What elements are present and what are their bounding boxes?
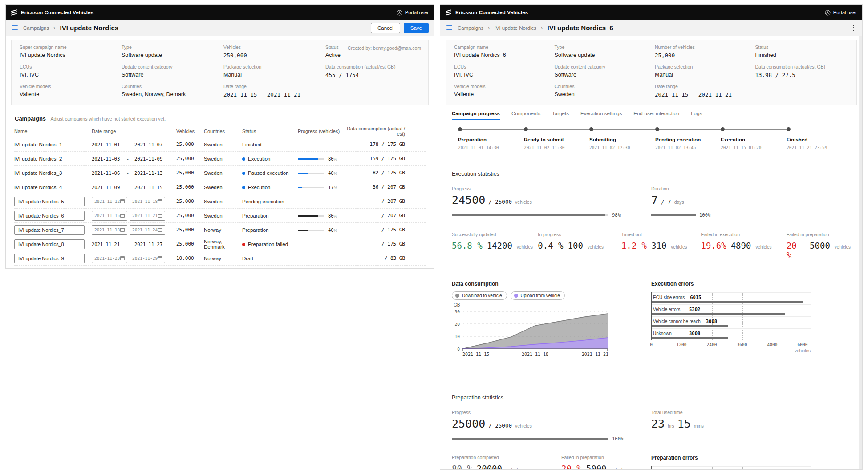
- field-type: TypeSoftware update: [118, 44, 220, 59]
- legend-chip[interactable]: Upload from vehicle: [511, 291, 565, 300]
- tab-components[interactable]: Components: [511, 111, 540, 120]
- menu-icon[interactable]: [446, 24, 453, 31]
- campaign-name-input[interactable]: [14, 225, 85, 235]
- bar-value: 6015: [690, 294, 701, 300]
- execution-progress-block: Progress 24500 / 25000 vehicles 98%: [452, 186, 651, 218]
- more-options-icon[interactable]: [850, 23, 857, 33]
- date-end-picker[interactable]: [130, 225, 165, 235]
- progress-percent: 98%: [612, 212, 621, 218]
- table-row: IVI update Nordics_1 2021-11-01-2021-11-…: [14, 137, 426, 152]
- calendar-icon[interactable]: [158, 214, 162, 218]
- calendar-icon[interactable]: [158, 256, 162, 260]
- bar-row: ECU side errors6015: [652, 292, 811, 304]
- menu-icon[interactable]: [11, 24, 19, 31]
- cancel-button[interactable]: Cancel: [371, 23, 400, 33]
- table-row: IVI update Nordics_3 2021-11-06-2021-11-…: [14, 166, 426, 180]
- field-status: StatusFinished: [752, 44, 852, 59]
- chart-title: Execution errors: [651, 281, 851, 287]
- bar: [652, 337, 728, 339]
- user-icon: [397, 10, 402, 16]
- date-start-input[interactable]: [94, 199, 120, 204]
- bar-label: ECU side errors: [652, 294, 685, 300]
- progress-percent: 40: [328, 227, 334, 233]
- preparation-stats-row: Preparation completed80 %20000vehicles F…: [452, 455, 651, 470]
- tab-campaign-progress[interactable]: Campaign progress: [452, 111, 500, 120]
- countries: Sweden: [204, 170, 242, 176]
- date-end-picker[interactable]: [130, 211, 165, 221]
- date-start-input[interactable]: [94, 227, 120, 232]
- date-start-picker[interactable]: [92, 225, 127, 235]
- date-end-picker[interactable]: [130, 197, 165, 206]
- status: Preparation failed: [248, 242, 288, 247]
- progress-bar: [298, 187, 324, 188]
- col-status: Status: [242, 129, 298, 134]
- bar: [652, 313, 785, 315]
- calendar-icon[interactable]: [158, 228, 162, 232]
- bar-row: Unknown3008: [652, 328, 811, 340]
- step-dot: [524, 127, 528, 131]
- campaign-name-input[interactable]: [14, 239, 85, 249]
- vertical-scrollbar[interactable]: [859, 36, 862, 469]
- col-data-consumption: Data consumption (actual / est): [345, 126, 426, 137]
- date-start-picker[interactable]: [92, 254, 127, 263]
- save-button[interactable]: Save: [404, 23, 429, 33]
- campaign-detail-window: Ericsson Connected Vehicles Portal user …: [440, 4, 863, 470]
- date-end-input[interactable]: [132, 227, 158, 232]
- detail-tabs: Campaign progress Components Targets Exe…: [452, 111, 851, 120]
- date-start-picker[interactable]: [92, 211, 127, 221]
- campaign-name-input[interactable]: [14, 197, 85, 206]
- date-end-picker[interactable]: [130, 254, 165, 263]
- date-end-input[interactable]: [132, 199, 158, 204]
- section-divider: [452, 383, 851, 383]
- countries: Sweden: [204, 185, 242, 190]
- calendar-icon[interactable]: [120, 214, 125, 218]
- tab-end-user-interaction[interactable]: End-user interaction: [633, 111, 679, 120]
- calendar-icon[interactable]: [120, 199, 125, 203]
- field-data-consumption: Data consumption (actual/est GB)455 / 17…: [322, 64, 424, 78]
- table-row: 2021-11-21-2021-11-27 25,000 Norway, Den…: [14, 237, 426, 251]
- breadcrumb: Campaigns › IVI update Nordics Cancel Sa…: [6, 20, 434, 36]
- vehicles-count: 25,000: [176, 213, 204, 218]
- portal-user-menu[interactable]: Portal user: [397, 10, 429, 16]
- breadcrumb-campaigns[interactable]: Campaigns: [23, 25, 49, 31]
- date-start-input[interactable]: [94, 256, 120, 261]
- date-end: 2021-11-15: [134, 185, 164, 190]
- data-consumption: / 207 GB: [345, 213, 426, 218]
- date-end-input[interactable]: [132, 213, 158, 218]
- calendar-icon[interactable]: [120, 256, 125, 260]
- stat-timed-out: Timed out1.2 %310vehicles: [621, 232, 701, 260]
- date-start-input[interactable]: [94, 213, 120, 218]
- date-start: 2021-11-21: [92, 242, 121, 247]
- progress-empty: -: [298, 142, 345, 147]
- tab-logs[interactable]: Logs: [691, 111, 702, 120]
- countries: Sweden: [204, 156, 242, 161]
- campaign-name-input[interactable]: [14, 211, 85, 221]
- date-end-input[interactable]: [132, 256, 158, 261]
- chevron-right-icon: ›: [488, 24, 490, 31]
- tab-targets[interactable]: Targets: [552, 111, 569, 120]
- bar-row: Vehicle cannot be reach3008: [652, 316, 811, 328]
- campaign-name-input[interactable]: [14, 268, 85, 269]
- field-super-campaign-name: Super campaign nameIVI update Nordics: [16, 44, 118, 59]
- portal-user-menu[interactable]: Portal user: [825, 10, 857, 16]
- date-start-picker[interactable]: [92, 197, 127, 206]
- campaign-summary: Campaign nameIVI update Nordics_6 TypeSo…: [446, 40, 857, 105]
- breadcrumb-super-campaign[interactable]: IVI update Nordics: [495, 25, 537, 31]
- calendar-icon[interactable]: [120, 228, 125, 232]
- calendar-icon[interactable]: [158, 199, 162, 203]
- bar-plot: ECU side errors6015Vehicle errors5302Veh…: [651, 292, 811, 340]
- app-bar: Ericsson Connected Vehicles Portal user: [6, 5, 434, 20]
- breadcrumb-campaigns[interactable]: Campaigns: [458, 25, 483, 31]
- brand: Ericsson Connected Vehicles: [11, 10, 93, 15]
- campaign-edit-window: Ericsson Connected Vehicles Portal user …: [5, 4, 434, 269]
- ericsson-logo-icon: [11, 10, 17, 15]
- status: Finished: [242, 142, 298, 147]
- vehicles-count: 25,000: [176, 156, 204, 161]
- legend-chip[interactable]: Download to vehicle: [452, 291, 507, 300]
- tab-execution-settings[interactable]: Execution settings: [580, 111, 622, 120]
- bar-value: 5302: [689, 307, 700, 312]
- step-dot: [655, 127, 659, 131]
- date-end-picker[interactable]: [130, 268, 165, 269]
- date-start-picker[interactable]: [92, 268, 127, 269]
- campaign-name-input[interactable]: [14, 254, 85, 263]
